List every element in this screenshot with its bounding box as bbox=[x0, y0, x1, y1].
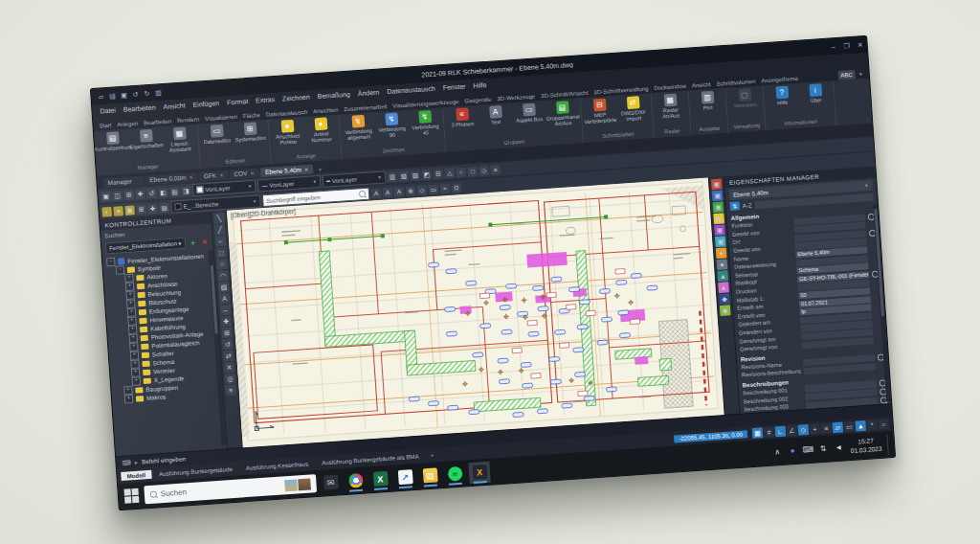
polyline-tool[interactable]: ⌐ bbox=[215, 236, 227, 247]
text-tool[interactable]: A bbox=[219, 293, 231, 305]
symbol-tool-lime[interactable]: ◆ bbox=[720, 305, 731, 316]
toolbar-icon[interactable]: ⊟ bbox=[433, 169, 443, 179]
toolbar-icon[interactable]: ◧ bbox=[158, 187, 168, 197]
symbol-tool-purple[interactable]: ▣ bbox=[714, 224, 725, 236]
grid-toggle-button[interactable]: ▦Raster An/Aus bbox=[655, 93, 687, 129]
mirror-tool[interactable]: ⇄ bbox=[223, 351, 234, 362]
dynamic-input-status-icon[interactable]: ▭ bbox=[843, 421, 855, 433]
layer-toolbar-icon[interactable]: ✚ bbox=[147, 203, 158, 214]
symbol-tool-cyan[interactable]: ▣ bbox=[715, 236, 726, 247]
symbol-tool-blue[interactable]: ▣ bbox=[712, 190, 724, 201]
polar-status-icon[interactable]: ∠ bbox=[787, 425, 798, 437]
connection-points-button[interactable]: ●Anschluss Punkte bbox=[272, 119, 304, 155]
restore-icon[interactable]: ❐ bbox=[839, 41, 854, 50]
select-tool[interactable]: ╲ bbox=[213, 213, 225, 224]
layer-toolbar-icon[interactable]: ⊞ bbox=[136, 204, 146, 215]
pan-tool[interactable]: ≡ bbox=[225, 385, 236, 397]
symbol-tool-orange[interactable]: ● bbox=[716, 247, 727, 259]
symbol-tool-yellow[interactable]: ▣ bbox=[713, 213, 724, 224]
properties-button[interactable]: ≡Eigenschaften bbox=[130, 128, 163, 165]
redo-icon[interactable]: ↻ bbox=[142, 88, 152, 99]
group-channel-button[interactable]: ▤Gruppenkanal An/Aus bbox=[546, 101, 579, 137]
about-button[interactable]: iÜber bbox=[799, 83, 832, 120]
symbol-tool-navy[interactable]: ◆ bbox=[719, 293, 730, 305]
menu-item[interactable]: Format bbox=[223, 98, 253, 106]
transparency-status-icon[interactable]: ▱ bbox=[832, 422, 843, 434]
close-tab-icon[interactable]: ✕ bbox=[250, 170, 255, 175]
article-number-button[interactable]: ●Artikel Nummer bbox=[305, 117, 338, 153]
aspect-box-button[interactable]: ▭Aspekt Box bbox=[513, 102, 546, 139]
layer-toolbar-icon[interactable]: ● bbox=[113, 206, 123, 216]
expander-icon[interactable]: + bbox=[132, 376, 142, 386]
menu-item[interactable]: Datenaustausch bbox=[383, 84, 439, 95]
toolbar-icon[interactable]: ◩ bbox=[422, 170, 433, 180]
line-tool[interactable]: ╱ bbox=[214, 224, 226, 236]
show-desktop-button[interactable] bbox=[886, 434, 891, 455]
toolbar-icon[interactable]: ⊞ bbox=[123, 190, 134, 200]
manage-button[interactable]: ▢Verwalten bbox=[729, 88, 762, 125]
arc-tool[interactable]: ◠ bbox=[217, 270, 229, 282]
erase-tool[interactable]: ✕ bbox=[224, 362, 235, 374]
menu-item[interactable]: Bemaßung bbox=[313, 90, 354, 100]
sort-icon[interactable]: ⇅ bbox=[730, 201, 741, 211]
close-tab-icon[interactable]: ✕ bbox=[189, 174, 193, 180]
keyboard-icon[interactable]: ⌨ bbox=[801, 445, 814, 455]
menu-item[interactable]: Ändern bbox=[354, 88, 384, 97]
dimension-tool[interactable]: ↔ bbox=[220, 305, 232, 316]
close-tab-icon[interactable]: ✕ bbox=[219, 171, 224, 177]
menu-item[interactable]: Zeichnen bbox=[278, 93, 314, 102]
collapse-icon[interactable]: - bbox=[106, 258, 116, 267]
menu-item[interactable]: Hilfe bbox=[469, 81, 490, 89]
toolbar-icon[interactable]: ◇ bbox=[479, 166, 489, 176]
excel-icon[interactable]: X bbox=[369, 467, 391, 489]
teams-icon[interactable]: ● bbox=[787, 446, 800, 456]
otrack-status-icon[interactable]: + bbox=[810, 423, 821, 435]
zoom-tool[interactable]: ◎ bbox=[225, 374, 236, 385]
expander-icon[interactable]: - bbox=[116, 265, 125, 275]
menu-item[interactable]: Bearbeiten bbox=[120, 103, 160, 113]
minimize-icon[interactable]: – bbox=[826, 42, 840, 51]
toolbar-icon[interactable]: ▨ bbox=[411, 170, 421, 180]
symbol-tool-gray[interactable]: ● bbox=[717, 259, 728, 270]
data-editor-button[interactable]: ▭Dateneditor bbox=[201, 124, 234, 160]
open-file-icon[interactable]: ▤ bbox=[107, 91, 118, 102]
text-style-icon[interactable]: ▭ bbox=[429, 184, 439, 194]
undo-icon[interactable]: ↺ bbox=[130, 89, 141, 100]
save-file-icon[interactable]: ▣ bbox=[119, 90, 129, 101]
text-style-icon[interactable]: A bbox=[394, 187, 405, 197]
menu-item[interactable]: Datei bbox=[96, 106, 120, 115]
mep-plans-button[interactable]: ⊟MEP Verteilerpläne bbox=[584, 98, 616, 134]
mail-app-icon[interactable]: ✉ bbox=[320, 471, 342, 493]
remove-library-icon[interactable]: ✕ bbox=[200, 238, 210, 247]
menu-item[interactable]: Fenster bbox=[439, 82, 470, 91]
add-library-icon[interactable]: + bbox=[189, 238, 198, 247]
stats-app-icon[interactable]: ↗ bbox=[394, 466, 416, 488]
osnap-status-icon[interactable]: ◇ bbox=[798, 424, 810, 436]
layout-tab[interactable]: Modell bbox=[121, 470, 151, 481]
new-layout-icon[interactable]: + bbox=[426, 450, 437, 460]
toolbar-icon[interactable]: ▥ bbox=[388, 171, 398, 182]
text-style-icon[interactable]: A bbox=[371, 188, 382, 198]
dwg-dxf-import-button[interactable]: ⇄DWG/DXF Import bbox=[617, 96, 650, 132]
copy-tool[interactable]: ⊞ bbox=[221, 328, 233, 339]
toolbar-icon[interactable]: ◫ bbox=[112, 191, 122, 201]
text-style-icon[interactable]: ≈ bbox=[440, 183, 451, 193]
volume-icon[interactable]: ◄ bbox=[832, 442, 845, 452]
symbol-tool-pink[interactable]: ▲ bbox=[718, 282, 729, 293]
text-button[interactable]: AText bbox=[479, 104, 512, 141]
rectangle-tool[interactable]: □ bbox=[216, 247, 228, 259]
network-icon[interactable]: ⇅ bbox=[816, 444, 830, 454]
symbol-tool-red[interactable]: ▣ bbox=[711, 179, 723, 191]
toolbar-icon[interactable]: □ bbox=[467, 166, 478, 176]
chevron-up-icon[interactable]: ∧ bbox=[771, 447, 785, 457]
toolbar-icon[interactable]: △ bbox=[444, 168, 455, 178]
hatch-tool[interactable]: ▨ bbox=[218, 282, 230, 293]
workspace-status-icon[interactable]: * bbox=[866, 419, 878, 431]
new-file-icon[interactable]: ▱ bbox=[96, 92, 106, 102]
three-phases-button[interactable]: ≡3 Phasen bbox=[446, 107, 479, 144]
toolbar-icon[interactable]: ◨ bbox=[181, 186, 191, 196]
connection-general-button[interactable]: ↯Verbindung allgemein bbox=[343, 114, 375, 150]
connection-45-button[interactable]: ↯Verbindung 45 bbox=[409, 109, 441, 146]
toolbar-icon[interactable]: ○ bbox=[456, 167, 466, 177]
file-explorer-icon[interactable]: ▤ bbox=[419, 465, 441, 487]
